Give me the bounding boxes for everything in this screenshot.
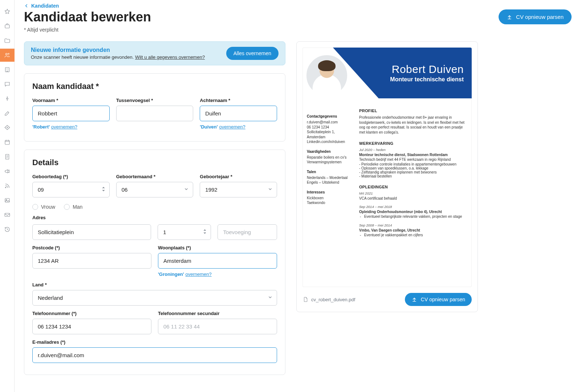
cv-name: Robert Duiven <box>392 63 464 75</box>
svg-point-2 <box>8 53 9 54</box>
city-suggestion: 'Groningen' overnemen? <box>158 271 277 277</box>
nav-mail[interactable] <box>0 208 15 221</box>
nav-favorites[interactable] <box>0 5 15 18</box>
name-section-title: Naam kandidaat * <box>32 82 277 91</box>
birthday-input[interactable] <box>32 182 110 197</box>
nav-pin[interactable] <box>0 92 15 105</box>
nav-tags[interactable] <box>0 121 15 134</box>
banner-link[interactable]: Wilt u alle gegevens overnemen? <box>135 54 205 60</box>
phone2-label: Telefoonnummer secundair <box>158 311 277 316</box>
accept-all-button[interactable]: Alles overnemen <box>226 47 279 60</box>
address-label: Adres <box>32 215 277 220</box>
birthyear-select[interactable]: 1992 <box>200 182 277 197</box>
breadcrumb-label: Kandidaten <box>31 3 59 9</box>
phone2-input[interactable] <box>158 319 277 334</box>
middlename-input[interactable] <box>116 106 194 121</box>
svg-rect-10 <box>5 213 10 217</box>
lastname-input[interactable] <box>200 106 277 121</box>
phone1-input[interactable] <box>32 319 151 334</box>
page-subtitle: * Altijd verplicht <box>24 27 151 33</box>
birthmonth-select[interactable]: 06 <box>116 182 194 197</box>
gender-female-radio[interactable]: Vrouw <box>32 204 55 210</box>
firstname-label: Voornaam * <box>32 98 110 103</box>
birthmonth-label: Geboortemaand * <box>116 174 194 179</box>
city-suggest-link[interactable]: overnemen? <box>186 271 212 277</box>
lastname-suggestion: 'Duiven' overnemen? <box>200 124 277 130</box>
svg-rect-5 <box>5 140 9 144</box>
firstname-input[interactable] <box>32 106 110 121</box>
nav-candidates[interactable] <box>0 49 15 62</box>
cv-filename: cv_robert_duiven.pdf <box>302 296 355 303</box>
details-section: Details Geboortedag (*) Geboortemaand * … <box>24 150 285 375</box>
nav-image[interactable] <box>0 194 15 207</box>
info-banner: Nieuwe informatie gevonden Onze scanner … <box>24 41 285 65</box>
upload-icon <box>411 297 417 302</box>
nav-messages[interactable] <box>0 78 15 91</box>
nav-history[interactable] <box>0 223 15 236</box>
country-label: Land * <box>32 282 277 287</box>
banner-subtitle: Onze scanner heeft nieuwe informatie gev… <box>31 54 205 60</box>
birthday-label: Geboortedag (*) <box>32 174 110 179</box>
svg-point-7 <box>5 187 6 188</box>
postcode-input[interactable] <box>32 253 151 269</box>
email-input[interactable] <box>32 347 277 363</box>
city-label: Woonplaats (*) <box>158 245 277 250</box>
main-content: Kandidaten Kandidaat bewerken * Altijd v… <box>15 0 581 392</box>
reparse-cv-button[interactable]: CV opnieuw parsen <box>499 9 572 24</box>
birthyear-label: Geboortejaar * <box>200 174 277 179</box>
nav-announce[interactable] <box>0 165 15 178</box>
city-input[interactable] <box>158 253 277 269</box>
svg-rect-0 <box>5 25 9 28</box>
nav-edit[interactable] <box>0 107 15 120</box>
details-section-title: Details <box>32 158 277 167</box>
page-title: Kandidaat bewerken <box>24 9 151 25</box>
addition-input[interactable] <box>218 224 277 240</box>
name-section: Naam kandidaat * Voornaam * 'Robert' ove… <box>24 73 285 142</box>
nav-docs[interactable] <box>0 150 15 163</box>
nav-rss[interactable] <box>0 179 15 192</box>
email-label: E-mailadres (*) <box>32 339 277 345</box>
postcode-label: Postcode (*) <box>32 245 151 250</box>
svg-point-4 <box>7 127 7 128</box>
firstname-suggestion: 'Robert' overnemen? <box>32 124 110 130</box>
avatar <box>305 54 348 97</box>
reparse-cv-button-bottom[interactable]: CV opnieuw parsen <box>405 293 472 306</box>
svg-rect-8 <box>5 199 9 203</box>
svg-point-1 <box>5 53 7 55</box>
nav-calendar[interactable] <box>0 136 15 149</box>
sidebar <box>0 0 15 392</box>
nav-jobs[interactable] <box>0 20 15 33</box>
cv-preview-card: Robert Duiven Monteur technische dienst … <box>296 41 478 312</box>
gender-male-radio[interactable]: Man <box>64 204 82 210</box>
file-icon <box>302 296 308 303</box>
banner-title: Nieuwe informatie gevonden <box>31 47 205 53</box>
phone1-label: Telefoonnummer (*) <box>32 311 151 316</box>
lastname-suggest-link[interactable]: overnemen? <box>219 124 245 130</box>
firstname-suggest-link[interactable]: overnemen? <box>51 124 77 130</box>
middlename-label: Tussenvoegsel * <box>116 98 194 103</box>
upload-icon <box>507 14 512 20</box>
country-select[interactable]: Nederland <box>32 290 277 306</box>
housenumber-input[interactable] <box>158 224 211 240</box>
nav-companies[interactable] <box>0 63 15 76</box>
street-input[interactable] <box>32 224 151 240</box>
nav-folders[interactable] <box>0 34 15 47</box>
cv-role: Monteur technische dienst <box>390 76 464 83</box>
lastname-label: Achternaam * <box>200 98 277 103</box>
cv-preview: Robert Duiven Monteur technische dienst … <box>302 48 472 287</box>
breadcrumb[interactable]: Kandidaten <box>24 1 572 9</box>
